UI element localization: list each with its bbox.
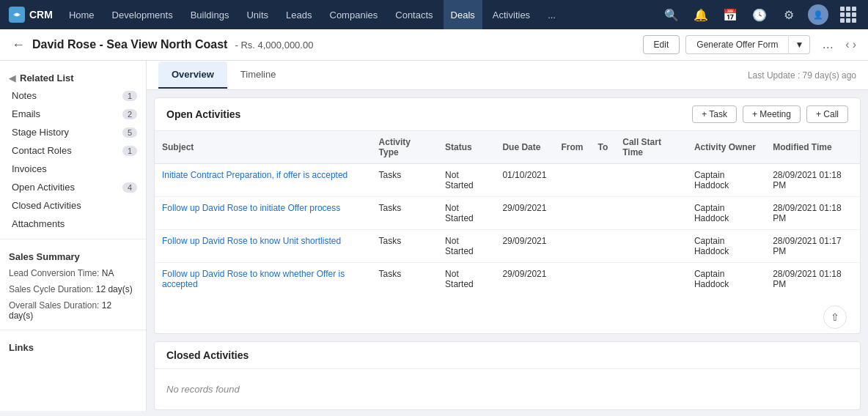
edit-button[interactable]: Edit (643, 35, 680, 54)
nav-buildings[interactable]: Buildings (183, 0, 237, 29)
avatar[interactable]: 👤 (808, 4, 828, 25)
row3-modified: 28/09/2021 01:17 PM (765, 230, 860, 263)
overall-sales-duration: Overall Sales Duration: 12 day(s) (0, 297, 146, 324)
stage-history-badge: 5 (122, 127, 137, 138)
page-title: David Rose - Sea View North Coast (32, 38, 227, 51)
sidebar-item-open-activities[interactable]: Open Activities 4 (0, 178, 146, 196)
nav-home[interactable]: Home (62, 0, 102, 29)
table-row: Follow up David Rose to know Unit shortl… (155, 230, 860, 263)
row2-subject-link[interactable]: Follow up David Rose to initiate Offer p… (162, 203, 340, 213)
back-button[interactable]: ← (12, 37, 25, 53)
row2-to (590, 197, 615, 230)
row3-owner: Captain Haddock (687, 230, 765, 263)
sidebar-item-attachments[interactable]: Attachments (0, 215, 146, 233)
open-activities-header: Open Activities + Task + Meeting + Call (155, 98, 860, 131)
nav-units[interactable]: Units (239, 0, 276, 29)
sales-summary-title: Sales Summary (0, 245, 146, 265)
row1-to (590, 164, 615, 197)
closed-activities-title: Closed Activities (166, 349, 249, 361)
sidebar-item-stage-history[interactable]: Stage History 5 (0, 123, 146, 141)
tabs: Overview Timeline (158, 62, 289, 89)
row4-subject-link[interactable]: Follow up David Rose to know whether Off… (162, 269, 345, 289)
col-modified-time: Modified Time (765, 131, 860, 164)
row2-from (553, 197, 590, 230)
clock-icon[interactable]: 🕓 (749, 4, 770, 25)
notes-badge: 1 (122, 91, 137, 101)
row4-to (590, 263, 615, 296)
nav-more[interactable]: ... (540, 0, 563, 29)
nav-companies[interactable]: Companies (323, 0, 386, 29)
row4-due-date: 29/09/2021 (495, 263, 553, 296)
nav-icons: 🔍 🔔 📅 🕓 ⚙ 👤 (661, 4, 859, 26)
row4-call-start (615, 263, 687, 296)
collapse-open-activities-button[interactable]: ⇧ (823, 305, 847, 329)
header-actions: Edit Generate Offer Form ▼ … ‹ › (643, 35, 856, 54)
related-list-title: ◀ Related List (0, 67, 146, 86)
top-navigation: CRM Home Developments Buildings Units Le… (0, 0, 868, 29)
row3-from (553, 230, 590, 263)
row3-subject-link[interactable]: Follow up David Rose to know Unit shortl… (162, 236, 341, 246)
row1-call-start (615, 164, 687, 197)
links-title: Links (0, 336, 146, 356)
nav-activities[interactable]: Activities (485, 0, 537, 29)
calendar-icon[interactable]: 📅 (720, 4, 740, 25)
settings-icon[interactable]: ⚙ (779, 4, 799, 25)
sidebar-item-closed-activities[interactable]: Closed Activities (0, 196, 146, 215)
row3-subject: Follow up David Rose to know Unit shortl… (155, 230, 372, 263)
open-activities-section: Open Activities + Task + Meeting + Call … (154, 97, 861, 334)
contact-roles-badge: 1 (122, 146, 137, 156)
tab-overview[interactable]: Overview (158, 62, 227, 89)
row1-subject-link[interactable]: Initiate Contract Preparation, if offer … (162, 170, 347, 180)
no-records-message: No records found (155, 369, 860, 409)
sidebar-item-notes[interactable]: Notes 1 (0, 86, 146, 105)
table-row: Follow up David Rose to know whether Off… (155, 263, 860, 296)
row3-status: Not Started (438, 230, 495, 263)
search-icon[interactable]: 🔍 (661, 4, 682, 25)
generate-offer-dropdown[interactable]: ▼ (788, 35, 810, 54)
prev-record-button[interactable]: ‹ (845, 38, 849, 51)
apps-grid-icon[interactable] (837, 4, 859, 26)
sidebar-divider (0, 239, 146, 239)
logo-icon (9, 7, 25, 23)
nav-leads[interactable]: Leads (279, 0, 319, 29)
row3-due-date: 29/09/2021 (495, 230, 553, 263)
main-layout: ◀ Related List Notes 1 Emails 2 Stage Hi… (0, 61, 868, 411)
row4-from (553, 263, 590, 296)
col-activity-owner: Activity Owner (687, 131, 765, 164)
row4-modified: 28/09/2021 01:18 PM (765, 263, 860, 296)
col-to: To (590, 131, 615, 164)
row1-due-date: 01/10/2021 (495, 164, 553, 197)
nav-deals[interactable]: Deals (444, 0, 482, 29)
sidebar: ◀ Related List Notes 1 Emails 2 Stage Hi… (0, 61, 147, 411)
emails-badge: 2 (122, 109, 137, 119)
sidebar-item-emails[interactable]: Emails 2 (0, 105, 146, 123)
row1-type: Tasks (372, 164, 438, 197)
next-record-button[interactable]: › (853, 38, 856, 51)
row1-from (553, 164, 590, 197)
add-call-button[interactable]: + Call (806, 105, 848, 123)
notifications-icon[interactable]: 🔔 (691, 4, 711, 25)
row4-status: Not Started (438, 263, 495, 296)
row3-type: Tasks (372, 230, 438, 263)
content-scroll: Open Activities + Task + Meeting + Call … (147, 90, 868, 411)
sidebar-item-contact-roles[interactable]: Contact Roles 1 (0, 141, 146, 160)
add-task-button[interactable]: + Task (692, 105, 737, 123)
logo-text: CRM (29, 9, 53, 21)
generate-offer-button[interactable]: Generate Offer Form (685, 35, 788, 54)
row4-owner: Captain Haddock (687, 263, 765, 296)
page-subtitle: - Rs. 4,000,000.00 (235, 40, 313, 51)
add-meeting-button[interactable]: + Meeting (743, 105, 801, 123)
sales-cycle-duration: Sales Cycle Duration: 12 day(s) (0, 281, 146, 297)
table-row: Follow up David Rose to initiate Offer p… (155, 197, 860, 230)
content-area: Overview Timeline Last Update : 79 day(s… (147, 61, 868, 411)
open-activities-title: Open Activities (166, 108, 240, 120)
lead-conversion-time: Lead Conversion Time: NA (0, 265, 146, 281)
logo[interactable]: CRM (9, 7, 53, 23)
col-due-date: Due Date (495, 131, 553, 164)
nav-developments[interactable]: Developments (105, 0, 180, 29)
open-activities-table: Subject Activity Type Status Due Date Fr… (155, 131, 860, 295)
sidebar-item-invoices[interactable]: Invoices (0, 160, 146, 178)
nav-contacts[interactable]: Contacts (388, 0, 440, 29)
tab-timeline[interactable]: Timeline (227, 62, 290, 89)
more-options-button[interactable]: … (816, 35, 839, 54)
